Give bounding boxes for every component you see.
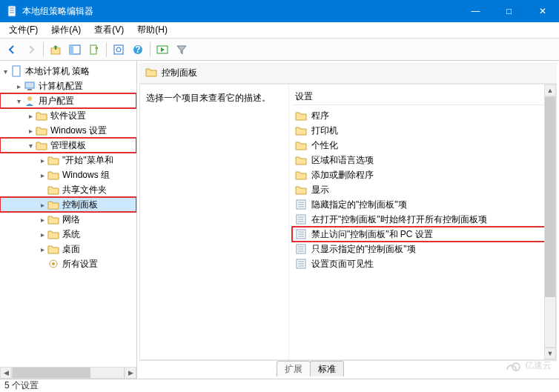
- tree-all-settings[interactable]: 所有设置: [0, 256, 136, 271]
- back-button[interactable]: [3, 41, 21, 59]
- list-item-label: 打印机: [311, 124, 338, 137]
- svg-rect-8: [114, 45, 123, 54]
- tree-windows-components[interactable]: ▸Windows 组: [0, 167, 136, 182]
- play-button[interactable]: [153, 41, 171, 59]
- tree-user-config[interactable]: ▾用户配置: [0, 93, 136, 108]
- minimize-button[interactable]: —: [459, 0, 492, 22]
- list-item[interactable]: 禁止访问"控制面板"和 PC 设置: [292, 227, 553, 242]
- folder-icon: [295, 139, 307, 151]
- settings-icon: [47, 258, 59, 270]
- titlebar: 本地组策略编辑器 — □ ✕: [0, 0, 559, 22]
- menubar: 文件(F) 操作(A) 查看(V) 帮助(H): [0, 22, 559, 39]
- tree-windows-settings[interactable]: ▸Windows 设置: [0, 123, 136, 138]
- list-item[interactable]: 个性化: [292, 138, 553, 153]
- up-button[interactable]: [47, 41, 64, 59]
- close-button[interactable]: ✕: [526, 0, 559, 22]
- folder-icon: [295, 184, 307, 196]
- tab-standard[interactable]: 标准: [310, 361, 344, 376]
- list-vscrollbar[interactable]: ▲▼: [544, 84, 556, 359]
- path-header: 控制面板: [139, 63, 557, 84]
- tree-hscrollbar[interactable]: ◀▶: [0, 367, 136, 379]
- tree-desktop[interactable]: ▸桌面: [0, 242, 136, 256]
- svg-rect-13: [13, 66, 20, 76]
- tree-pane: ▾本地计算机 策略 ▸计算机配置 ▾用户配置 ▸软件设置 ▸Windows 设置…: [0, 61, 137, 379]
- refresh-button[interactable]: [110, 41, 128, 59]
- menu-action[interactable]: 操作(A): [45, 22, 87, 38]
- list-item-label: 禁止访问"控制面板"和 PC 设置: [311, 228, 433, 241]
- list-item[interactable]: 程序: [292, 108, 553, 123]
- folder-icon: [36, 139, 47, 151]
- svg-point-16: [27, 96, 32, 101]
- folder-icon: [47, 169, 59, 181]
- list-item[interactable]: 打印机: [292, 123, 553, 138]
- list-item[interactable]: 设置页面可见性: [292, 256, 553, 271]
- tree-software[interactable]: ▸软件设置: [0, 108, 136, 123]
- maximize-button[interactable]: □: [492, 0, 526, 22]
- tree-shared-folders[interactable]: 共享文件夹: [0, 182, 136, 197]
- list-item[interactable]: 添加或删除程序: [292, 167, 553, 182]
- details-pane: 控制面板 选择一个项目来查看它的描述。 设置 程序打印机个性化区域和语言选项添加…: [137, 61, 559, 379]
- list-item[interactable]: 隐藏指定的"控制面板"项: [292, 197, 553, 212]
- description-column: 选择一个项目来查看它的描述。: [140, 84, 288, 359]
- window-title: 本地组策略编辑器: [22, 5, 459, 18]
- policy-icon: [10, 65, 22, 77]
- separator: [43, 42, 44, 57]
- list-item-label: 只显示指定的"控制面板"项: [311, 243, 416, 256]
- tree-computer-config[interactable]: ▸计算机配置: [0, 79, 136, 93]
- folder-icon: [36, 124, 47, 136]
- tree-start-menu[interactable]: ▸"开始"菜单和: [0, 153, 136, 167]
- list-item[interactable]: 在打开"控制面板"时始终打开所有控制面板项: [292, 212, 553, 227]
- setting-icon: [295, 228, 307, 240]
- show-hide-tree-button[interactable]: [66, 41, 84, 59]
- tab-extended[interactable]: 扩展: [277, 361, 311, 376]
- tree-network[interactable]: ▸网络: [0, 212, 136, 227]
- folder-icon: [47, 154, 59, 166]
- folder-icon: [295, 110, 307, 122]
- setting-icon: [295, 213, 307, 225]
- help-button[interactable]: ?: [129, 41, 147, 59]
- folder-icon: [145, 66, 157, 80]
- list-item-label: 添加或删除程序: [311, 169, 374, 182]
- settings-list: 设置 程序打印机个性化区域和语言选项添加或删除程序显示隐藏指定的"控制面板"项在…: [288, 84, 556, 359]
- folder-icon: [295, 154, 307, 166]
- svg-rect-7: [90, 45, 96, 54]
- menu-view[interactable]: 查看(V): [88, 22, 130, 38]
- list-item[interactable]: 显示: [292, 182, 553, 197]
- folder-icon: [295, 124, 307, 136]
- forward-button: [22, 41, 40, 59]
- column-setting[interactable]: 设置: [292, 89, 553, 105]
- list-item-label: 区域和语言选项: [311, 154, 374, 167]
- svg-text:?: ?: [135, 44, 140, 55]
- folder-icon: [47, 213, 59, 225]
- menu-help[interactable]: 帮助(H): [131, 22, 173, 38]
- svg-rect-0: [8, 6, 16, 16]
- folder-icon: [47, 243, 59, 255]
- folder-icon: [295, 169, 307, 181]
- path-label: 控制面板: [162, 67, 197, 79]
- list-item-label: 设置页面可见性: [311, 258, 374, 270]
- description-hint: 选择一个项目来查看它的描述。: [146, 92, 282, 104]
- tree-system[interactable]: ▸系统: [0, 227, 136, 242]
- list-item-label: 个性化: [311, 139, 338, 152]
- statusbar: 5 个设置: [0, 379, 559, 392]
- menu-file[interactable]: 文件(F): [3, 22, 44, 38]
- folder-icon: [36, 110, 47, 122]
- status-count: 5 个设置: [4, 379, 39, 392]
- user-icon: [24, 95, 36, 107]
- app-icon: [6, 5, 18, 17]
- list-item[interactable]: 区域和语言选项: [292, 153, 553, 167]
- export-button[interactable]: [85, 41, 103, 59]
- list-item[interactable]: 只显示指定的"控制面板"项: [292, 242, 553, 256]
- svg-rect-6: [70, 45, 73, 54]
- tree-root[interactable]: ▾本地计算机 策略: [0, 64, 136, 79]
- list-item-label: 显示: [311, 184, 329, 196]
- list-item-label: 隐藏指定的"控制面板"项: [311, 199, 407, 211]
- tree-control-panel[interactable]: ▸控制面板: [0, 197, 136, 212]
- tree-admin-templates[interactable]: ▾管理模板: [0, 138, 136, 153]
- filter-button[interactable]: [173, 41, 191, 59]
- svg-point-18: [52, 262, 55, 265]
- svg-rect-14: [25, 82, 34, 88]
- separator: [106, 42, 107, 57]
- list-item-label: 在打开"控制面板"时始终打开所有控制面板项: [311, 213, 487, 226]
- toolbar: ?: [0, 39, 559, 61]
